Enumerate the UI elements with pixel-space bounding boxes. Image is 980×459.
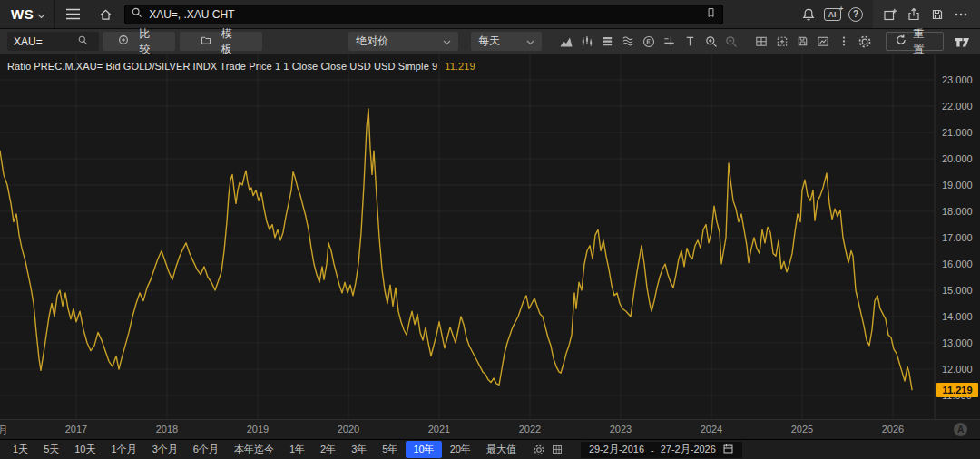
save-layout-icon[interactable] — [792, 32, 813, 52]
y-axis-label[interactable]: 17.000 — [942, 232, 973, 243]
zoom-in-icon[interactable] — [701, 32, 721, 52]
x-axis-label: 2019 — [242, 424, 273, 435]
data-grid-icon[interactable] — [751, 32, 772, 52]
calendar-icon — [722, 443, 734, 456]
symbol-input[interactable] — [14, 35, 77, 48]
y-axis-label[interactable]: 22.000 — [942, 101, 973, 112]
compare-add-icon — [117, 34, 130, 49]
search-input[interactable] — [149, 8, 700, 21]
compare-button[interactable]: 比较 — [103, 32, 175, 51]
interval-select[interactable]: 每天 — [471, 32, 541, 51]
y-axis-label[interactable]: 15.000 — [942, 285, 973, 296]
save-icon[interactable] — [926, 3, 949, 26]
gear-settings-icon[interactable] — [855, 32, 876, 52]
zoom-out-icon[interactable] — [721, 32, 742, 52]
x-axis-strip[interactable]: 月 A 201720182019202020212022202320242025… — [0, 419, 980, 439]
y-axis-label[interactable]: 12.000 — [942, 364, 973, 375]
text-tool-icon[interactable] — [680, 32, 701, 52]
range-button-10年[interactable]: 10年 — [406, 441, 441, 458]
bar-chart-type-icon[interactable] — [576, 32, 597, 52]
window-actions-group — [873, 0, 980, 28]
reset-label: 重置 — [913, 26, 935, 57]
events-icon[interactable] — [639, 32, 660, 52]
x-axis-label: 2024 — [696, 424, 727, 435]
ai-badge-label: AI — [828, 10, 837, 19]
range-button-5年[interactable]: 5年 — [375, 441, 405, 458]
range-button-本年迄今[interactable]: 本年迄今 — [227, 441, 281, 458]
area-chart-type-icon[interactable] — [556, 32, 577, 52]
global-search-bar[interactable] — [124, 5, 723, 24]
date-separator: - — [651, 444, 654, 455]
notifications-bell-icon[interactable] — [797, 3, 820, 26]
range-button-最大值[interactable]: 最大值 — [479, 441, 524, 458]
date-from: 29-2月-2016 — [589, 443, 644, 456]
series-legend[interactable]: Ratio PREC.M.XAU= Bid GOLD/SILVER INDX T… — [7, 61, 475, 72]
range-buttons: 1天5天10天1个月3个月6个月本年迄今1年2年3年5年10年20年最大值 — [5, 441, 524, 458]
chevron-down-icon — [37, 6, 45, 23]
new-window-icon[interactable] — [878, 3, 902, 26]
last-price-label: 11.219 — [936, 383, 978, 397]
range-button-1天[interactable]: 1天 — [5, 441, 35, 458]
range-button-10天[interactable]: 10天 — [67, 441, 103, 458]
kebab-menu-icon[interactable] — [834, 32, 855, 52]
topbar-right-icons: AI+ ? — [797, 0, 980, 28]
price-mode-value: 绝对价 — [356, 34, 388, 49]
range-button-3年[interactable]: 3年 — [344, 441, 374, 458]
share-export-icon[interactable] — [902, 3, 926, 26]
layers-icon[interactable] — [597, 32, 618, 52]
symbol-input-wrap[interactable] — [7, 32, 99, 51]
date-range-picker[interactable]: 29-2月-2016 - 27-2月-2026 — [581, 442, 742, 458]
hamburger-menu-icon[interactable] — [61, 3, 84, 26]
y-axis-label[interactable]: 16.000 — [942, 259, 973, 269]
series-legend-value: 11.219 — [445, 61, 475, 72]
ai-assistant-icon[interactable]: AI+ — [820, 3, 844, 26]
y-axis-label[interactable]: 14.000 — [942, 311, 973, 322]
waves-overlay-icon[interactable] — [618, 32, 639, 52]
layout-grid-icon[interactable] — [548, 442, 566, 458]
ai-plus-glyph: + — [839, 5, 844, 13]
range-button-2年[interactable]: 2年 — [313, 441, 343, 458]
search-icon — [131, 6, 143, 23]
price-chart-canvas[interactable]: 23.00022.00021.00020.00019.00018.00017.0… — [0, 54, 980, 419]
range-button-1个月[interactable]: 1个月 — [104, 441, 144, 458]
auto-scale-badge[interactable]: A — [954, 423, 967, 436]
reset-button[interactable]: 重置 — [886, 32, 944, 51]
snapshot-icon[interactable] — [771, 32, 792, 52]
range-toolbar: 1天5天10天1个月3个月6个月本年迄今1年2年3年5年10年20年最大值 29… — [0, 439, 980, 459]
x-axis-label: 2021 — [424, 424, 455, 435]
reset-arrow-icon — [895, 34, 907, 49]
price-line-series — [0, 109, 912, 390]
range-button-3个月[interactable]: 3个月 — [145, 441, 185, 458]
price-mode-select[interactable]: 绝对价 — [348, 32, 458, 51]
compare-label: 比较 — [139, 26, 161, 57]
chart-pane[interactable]: 23.00022.00021.00020.00019.00018.00017.0… — [0, 54, 980, 419]
range-button-1年[interactable]: 1年 — [282, 441, 312, 458]
app-logo-menu[interactable]: WS — [0, 0, 55, 28]
y-axis-label[interactable]: 20.000 — [942, 153, 973, 164]
chevron-down-icon — [443, 35, 451, 48]
y-axis-label[interactable]: 19.000 — [942, 180, 973, 190]
y-axis-label[interactable]: 21.000 — [942, 127, 973, 138]
home-icon[interactable] — [93, 3, 117, 26]
y-axis-label[interactable]: 18.000 — [942, 206, 973, 217]
interval-value: 每天 — [478, 34, 500, 49]
tradingview-logo — [953, 35, 975, 48]
date-to: 27-2月-2026 — [661, 443, 716, 456]
symbol-search-icon — [77, 34, 89, 49]
range-button-20年[interactable]: 20年 — [443, 441, 478, 458]
indicator-chart-icon[interactable] — [813, 32, 834, 52]
crosshair-icon[interactable] — [660, 32, 681, 52]
range-settings-gear-icon[interactable] — [530, 442, 548, 458]
y-axis-label[interactable]: 23.000 — [942, 74, 973, 85]
x-axis-label: 2018 — [152, 424, 182, 435]
range-button-6个月[interactable]: 6个月 — [186, 441, 226, 458]
chevron-down-icon — [526, 35, 534, 48]
ws-logo: WS — [11, 6, 34, 22]
y-axis-label[interactable]: 13.000 — [942, 337, 973, 348]
folder-icon — [200, 34, 212, 49]
range-button-5天[interactable]: 5天 — [36, 441, 66, 458]
template-button[interactable]: 模板 — [180, 32, 263, 51]
bookmark-icon[interactable] — [705, 6, 717, 23]
help-icon[interactable]: ? — [844, 3, 867, 26]
more-options-icon[interactable] — [949, 3, 973, 26]
